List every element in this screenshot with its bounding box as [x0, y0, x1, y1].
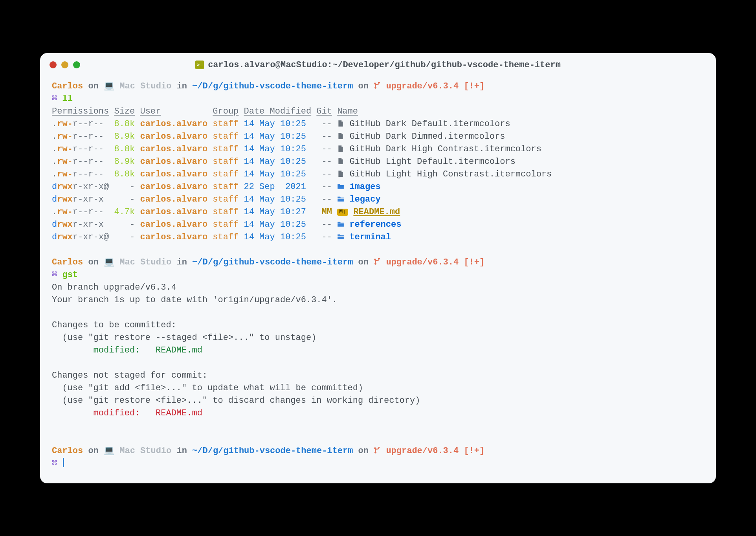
minimize-button[interactable] [61, 61, 68, 68]
command-line: ⌘ gst [52, 269, 704, 281]
zoom-button[interactable] [73, 61, 80, 68]
file-icon [337, 144, 344, 154]
gst-unstaged: modified: README.md [52, 407, 704, 420]
ls-rows: .rw-r--r-- 8.8k carlos.alvaro staff 14 M… [52, 118, 704, 244]
table-row: drwxr-xr-x@ - carlos.alvaro staff 22 Sep… [52, 181, 704, 193]
traffic-lights [50, 61, 80, 68]
prompt-line: Carlos on 💻 Mac Studio in ~/D/g/github-v… [52, 445, 704, 457]
table-row: .rw-r--r-- 4.7k carlos.alvaro staff 14 M… [52, 206, 704, 218]
gst-output: Changes to be committed: [52, 319, 704, 332]
git-branch-icon [374, 81, 386, 91]
cursor [63, 458, 64, 467]
folder-icon [337, 195, 344, 204]
terminal-body[interactable]: Carlos on 💻 Mac Studio in ~/D/g/github-v… [40, 73, 716, 483]
laptop-icon: 💻 [104, 257, 119, 267]
table-row: drwxr-xr-x - carlos.alvaro staff 14 May … [52, 218, 704, 231]
gst-output: On branch upgrade/v6.3.4 [52, 281, 704, 294]
folder-icon [337, 182, 344, 192]
file-name: references [349, 220, 401, 229]
file-name: README.md [353, 207, 400, 217]
table-row: .rw-r--r-- 8.9k carlos.alvaro staff 14 M… [52, 130, 704, 143]
file-icon [337, 157, 344, 167]
command-gst: gst [62, 270, 78, 280]
terminal-icon: >_ [195, 61, 204, 69]
file-name: legacy [349, 195, 380, 204]
gst-staged: modified: README.md [52, 344, 704, 357]
laptop-icon: 💻 [104, 446, 119, 456]
table-row: .rw-r--r-- 8.8k carlos.alvaro staff 14 M… [52, 143, 704, 156]
table-row: .rw-r--r-- 8.8k carlos.alvaro staff 14 M… [52, 168, 704, 181]
file-name: GitHub Light High Constrast.itermcolors [349, 169, 552, 179]
file-name: terminal [349, 232, 391, 242]
prompt-line: Carlos on 💻 Mac Studio in ~/D/g/github-v… [52, 256, 704, 269]
folder-icon [337, 220, 344, 229]
prompt-input[interactable]: ⌘ [52, 457, 704, 470]
window-title: carlos.alvaro@MacStudio:~/Developer/gith… [208, 60, 561, 70]
file-icon [337, 119, 344, 129]
table-row: drwxr-xr-x - carlos.alvaro staff 14 May … [52, 193, 704, 206]
close-button[interactable] [50, 61, 57, 68]
table-row: .rw-r--r-- 8.8k carlos.alvaro staff 14 M… [52, 118, 704, 130]
file-name: GitHub Dark Dimmed.itermcolors [349, 132, 505, 141]
prompt-line: Carlos on 💻 Mac Studio in ~/D/g/github-v… [52, 80, 704, 93]
terminal-window: >_ carlos.alvaro@MacStudio:~/Developer/g… [40, 53, 716, 483]
file-name: images [349, 182, 380, 192]
file-name: GitHub Dark High Contrast.itermcolors [349, 144, 541, 154]
git-branch-icon [374, 446, 386, 456]
gst-output: (use "git restore --staged <file>..." to… [52, 332, 704, 344]
file-icon [337, 132, 344, 141]
command-line: ⌘ ll [52, 93, 704, 105]
table-row: drwxr-xr-x@ - carlos.alvaro staff 14 May… [52, 231, 704, 244]
table-row: .rw-r--r-- 8.9k carlos.alvaro staff 14 M… [52, 156, 704, 168]
file-name: GitHub Dark Default.itermcolors [349, 119, 510, 129]
laptop-icon: 💻 [104, 81, 119, 91]
ls-header: Permissions Size User Group Date Modifie… [52, 105, 704, 118]
titlebar: >_ carlos.alvaro@MacStudio:~/Developer/g… [40, 53, 716, 73]
gst-output: Changes not staged for commit: [52, 369, 704, 382]
markdown-icon: M↓ [337, 209, 348, 216]
folder-icon [337, 232, 344, 242]
file-name: GitHub Light Default.itermcolors [349, 157, 515, 167]
gst-output: (use "git add <file>..." to update what … [52, 382, 704, 395]
command-ll: ll [62, 94, 72, 104]
git-branch-icon [374, 257, 386, 267]
gst-output: Your branch is up to date with 'origin/u… [52, 294, 704, 307]
gst-output: (use "git restore <file>..." to discard … [52, 395, 704, 407]
file-icon [337, 169, 344, 179]
